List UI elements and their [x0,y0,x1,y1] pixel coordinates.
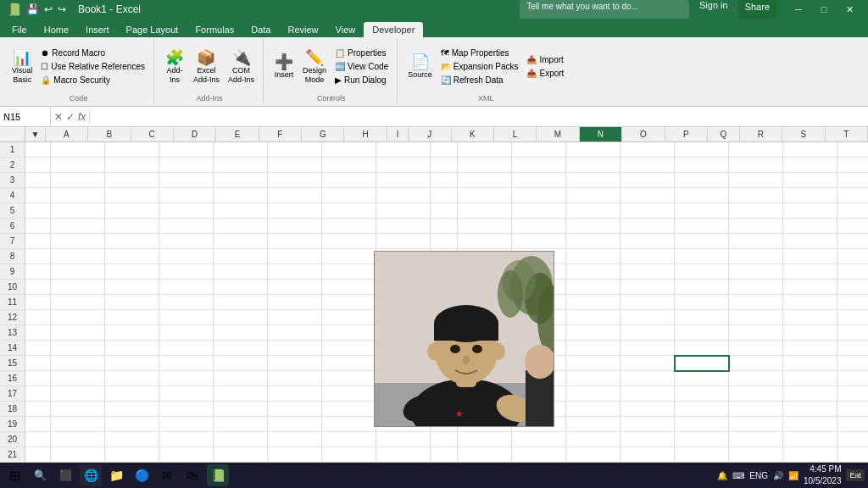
cell-E10[interactable] [214,280,268,295]
cell-E16[interactable] [214,371,268,386]
cell-C12[interactable] [105,310,159,325]
tab-review[interactable]: Review [279,22,326,37]
cell-O20[interactable] [729,432,783,447]
cell-G19[interactable] [322,417,376,432]
cell-F2[interactable] [268,158,322,173]
row-num-13[interactable]: 13 [0,325,25,341]
store-btn[interactable]: 🛍 [181,464,203,486]
cell-E8[interactable] [214,249,268,264]
cell-F8[interactable] [268,249,322,264]
tab-insert[interactable]: Insert [77,22,118,37]
notification-icon[interactable]: 🔔 [717,471,727,480]
cell-A10[interactable] [25,280,51,295]
cell-A13[interactable] [25,325,51,341]
volume-icon[interactable]: 🔊 [773,471,783,480]
cell-L10[interactable] [566,280,620,295]
row-num-19[interactable]: 19 [0,417,25,432]
cell-Q10[interactable] [837,280,868,295]
tab-data[interactable]: Data [242,22,279,37]
col-header-l[interactable]: L [494,127,537,141]
com-addins-btn[interactable]: 🔌 COM Add-Ins [225,48,258,86]
cell-Q17[interactable] [837,386,868,402]
cell-C15[interactable] [105,356,159,371]
cell-C3[interactable] [105,173,159,188]
cell-M10[interactable] [620,280,675,295]
cell-K7[interactable] [512,234,566,249]
cell-B13[interactable] [51,325,105,341]
cell-J7[interactable] [458,234,512,249]
chrome-btn[interactable]: 🔵 [131,464,153,486]
cell-Q1[interactable] [837,142,868,158]
cell-K21[interactable] [512,447,566,463]
minimize-btn[interactable]: ─ [787,0,810,19]
cell-P1[interactable] [783,142,837,158]
cell-I6[interactable] [431,219,458,234]
cell-C14[interactable] [105,341,159,356]
cell-L9[interactable] [566,264,620,280]
quick-save-icon[interactable]: 💾 [26,3,39,15]
cell-G12[interactable] [322,310,376,325]
row-num-14[interactable]: 14 [0,341,25,356]
col-header-d[interactable]: D [174,127,216,141]
cell-J6[interactable] [458,219,512,234]
cell-F20[interactable] [268,432,322,447]
cell-O11[interactable] [729,295,783,310]
col-header-k[interactable]: K [452,127,494,141]
cell-C1[interactable] [105,142,159,158]
cell-N6[interactable] [675,219,729,234]
cell-N21[interactable] [675,447,729,463]
cell-E1[interactable] [214,142,268,158]
cell-M21[interactable] [620,447,675,463]
properties-btn[interactable]: 📋 Properties [331,47,392,59]
cell-J3[interactable] [458,173,512,188]
cell-M5[interactable] [620,203,675,219]
col-header-indicator[interactable]: ▼ [25,127,46,141]
edge-btn[interactable]: 🌐 [80,464,102,486]
row-num-5[interactable]: 5 [0,203,25,219]
cell-F10[interactable] [268,280,322,295]
cell-M16[interactable] [620,371,675,386]
cell-F1[interactable] [268,142,322,158]
col-header-o[interactable]: O [622,127,665,141]
row-num-9[interactable]: 9 [0,264,25,280]
cell-A15[interactable] [25,356,51,371]
cell-B6[interactable] [51,219,105,234]
cell-E7[interactable] [214,234,268,249]
cell-B9[interactable] [51,264,105,280]
cell-A19[interactable] [25,417,51,432]
cell-D9[interactable] [159,264,214,280]
row-num-17[interactable]: 17 [0,386,25,402]
col-header-p[interactable]: P [665,127,708,141]
cell-B1[interactable] [51,142,105,158]
cell-K6[interactable] [512,219,566,234]
search-taskbar-btn[interactable]: 🔍 [29,464,51,486]
cell-F7[interactable] [268,234,322,249]
cell-F3[interactable] [268,173,322,188]
cell-A6[interactable] [25,219,51,234]
cell-B2[interactable] [51,158,105,173]
col-header-c[interactable]: C [131,127,174,141]
row-num-20[interactable]: 20 [0,432,25,447]
cell-B21[interactable] [51,447,105,463]
cell-C8[interactable] [105,249,159,264]
clock[interactable]: 4:45 PM 10/5/2023 [804,463,842,487]
cell-L17[interactable] [566,386,620,402]
cell-P12[interactable] [783,310,837,325]
cell-N14[interactable] [675,341,729,356]
view-code-btn[interactable]: 🔤 View Code [331,60,392,73]
cell-J2[interactable] [458,158,512,173]
cell-D21[interactable] [159,447,214,463]
cell-P7[interactable] [783,234,837,249]
cell-C10[interactable] [105,280,159,295]
row-num-3[interactable]: 3 [0,173,25,188]
cell-Q14[interactable] [837,341,868,356]
cell-I2[interactable] [431,158,458,173]
cell-G10[interactable] [322,280,376,295]
cell-P18[interactable] [783,402,837,417]
cell-C6[interactable] [105,219,159,234]
cell-A11[interactable] [25,295,51,310]
cell-F12[interactable] [268,310,322,325]
cell-O17[interactable] [729,386,783,402]
row-num-2[interactable]: 2 [0,158,25,173]
cell-J20[interactable] [458,432,512,447]
